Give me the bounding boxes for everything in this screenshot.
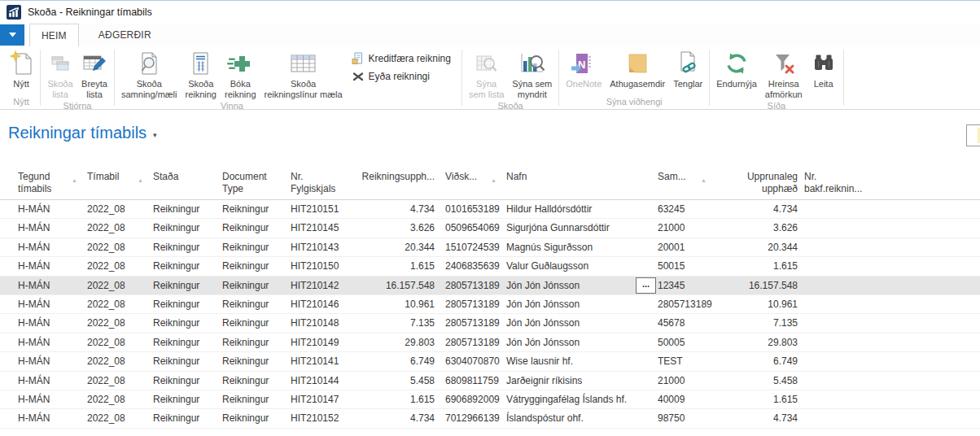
cell-timabil: 2022_08 <box>87 334 153 351</box>
button-label: Skoða lista <box>47 79 72 100</box>
cell-nr-bakf-reiknings <box>798 314 980 332</box>
cell-upprunaleg-upphaed: 4.734 <box>716 200 798 218</box>
cell-timabil: 2022_08 <box>87 390 153 408</box>
app-menu-button[interactable] <box>0 24 24 46</box>
cell-tegund-timabils: H-MÁN <box>0 277 87 294</box>
cell-nr-bakf-reiknings <box>798 257 980 275</box>
cell-document-type: Reikningur <box>222 390 291 408</box>
cell-upprunaleg-upphaed: 16.157.548 <box>716 277 798 294</box>
athugasemdir-button[interactable]: Athugasemdir <box>606 47 669 89</box>
tab-strip: HEIM AÐGERÐIR <box>0 24 980 46</box>
cell-tegund-timabils: H-MÁN <box>0 238 87 256</box>
kreditfaera-reikning-button[interactable]: Kreditfæra reikning <box>352 52 451 65</box>
column-header-timabil[interactable]: Tímabil▲ <box>87 171 153 186</box>
leita-button[interactable]: Leita <box>807 47 841 89</box>
cell-reikningsupphaed: 4.734 <box>362 200 440 218</box>
endurnyja-button[interactable]: Endurnýja <box>712 47 761 89</box>
column-header-reikningsupphaed[interactable]: Reikningsupph... <box>362 171 440 183</box>
assist-edit-button[interactable]: ... <box>636 277 656 294</box>
table-row[interactable]: H-MÁN2022_08ReikningurReikningurHIT21014… <box>0 372 980 390</box>
cell-timabil: 2022_08 <box>87 409 153 427</box>
cell-vidskiptanumer: 2805713189 <box>440 314 506 332</box>
table-row[interactable]: H-MÁN2022_08ReikningurReikningurHIT21014… <box>0 295 980 314</box>
cell-stada: Reikningur <box>153 314 222 332</box>
cell-stada: Reikningur <box>153 372 222 390</box>
cell-timabil: 2022_08 <box>87 352 153 370</box>
cell-reikningsupphaed: 1.615 <box>362 257 440 275</box>
sort-ascending-icon: ▲ <box>491 171 497 186</box>
skoda-reikning-button[interactable]: Skoða reikning <box>181 47 221 100</box>
table-row[interactable]: H-MÁN2022_08ReikningurReikningurHIT21015… <box>0 257 980 276</box>
table-row[interactable]: H-MÁN2022_08ReikningurReikningurHIT21014… <box>0 219 980 238</box>
cell-nafn: Jón Jón Jónsson... <box>506 277 658 294</box>
column-header-label: Nafn <box>506 171 527 183</box>
cell-nr-fylgiskjals: HIT210152 <box>291 409 362 427</box>
cell-samningur: 20001 <box>658 238 716 256</box>
column-header-tegund-timabils[interactable]: Tegund tímabils▲ <box>0 171 87 195</box>
skoda-samning-maeli-button[interactable]: Skoða samning/mæli <box>117 47 181 100</box>
table-row[interactable]: H-MÁN2022_08ReikningurReikningurHIT21014… <box>0 314 980 333</box>
column-header-vidskiptanumer[interactable]: Viðsk...▲ <box>440 171 506 186</box>
cell-tegund-timabils: H-MÁN <box>0 200 87 218</box>
cell-samningur: 12345 <box>658 277 716 294</box>
boka-reikning-button[interactable]: Bóka reikning <box>221 47 260 100</box>
column-header-nafn[interactable]: Nafn <box>506 171 658 183</box>
table-row[interactable]: H-MÁN2022_08ReikningurReikningurHIT21014… <box>0 390 980 409</box>
cell-tegund-timabils: H-MÁN <box>0 372 87 390</box>
cell-vidskiptanumer: 6906892009 <box>440 390 506 408</box>
page-title-caret-icon[interactable]: ▾ <box>153 128 157 139</box>
table-row[interactable]: H-MÁN2022_08ReikningurReikningurHIT21015… <box>0 200 980 219</box>
tab-adgerdir[interactable]: AÐGERÐIR <box>87 24 163 46</box>
cell-stada: Reikningur <box>153 257 222 275</box>
cell-vidskiptanumer: 6304070870 <box>440 352 506 370</box>
button-label: Athugasemdir <box>610 79 665 89</box>
cell-samningur: 45678 <box>658 314 716 332</box>
column-header-document-type[interactable]: Document Type <box>222 171 291 195</box>
column-header-nr-bakf-reiknings[interactable]: Nr. bakf.reiknin... <box>798 171 980 195</box>
tenglar-button[interactable]: Tenglar <box>669 47 707 89</box>
cell-upprunaleg-upphaed: 20.344 <box>716 238 798 256</box>
nytt-button[interactable]: Nýtt <box>5 47 37 89</box>
column-header-upprunaleg-upphaed[interactable]: Upprunaleg upphæð <box>716 171 798 195</box>
syna-sem-myndrit-button[interactable]: Sýna sem myndrit <box>508 47 556 100</box>
cell-upprunaleg-upphaed: 5.458 <box>716 372 798 390</box>
hreinsa-afmorkun-button[interactable]: Hreinsa afmörkun <box>761 47 807 100</box>
cell-timabil: 2022_08 <box>87 238 153 256</box>
column-header-nr-fylgiskjals[interactable]: Nr. Fylgiskjals <box>291 171 362 195</box>
table-row[interactable]: H-MÁN2022_08ReikningurReikningurHIT21014… <box>0 238 980 257</box>
table-row[interactable]: H-MÁN2022_08ReikningurReikningurHIT21015… <box>0 409 980 428</box>
onenote-button: N OneNote <box>562 47 606 89</box>
cell-nafn: Hildur Halldórsdóttir <box>506 200 658 218</box>
onenote-icon: N <box>570 49 597 78</box>
breyta-lista-button[interactable]: Breyta lista <box>77 47 112 100</box>
cell-document-type: Reikningur <box>222 295 291 313</box>
cell-nr-bakf-reiknings <box>798 219 980 237</box>
cell-tegund-timabils: H-MÁN <box>0 295 87 313</box>
cell-tegund-timabils: H-MÁN <box>0 352 87 370</box>
table-row[interactable]: H-MÁN2022_08ReikningurReikningurHIT21014… <box>0 352 980 371</box>
show-as-chart-icon <box>518 49 546 78</box>
cell-reikningsupphaed: 6.749 <box>362 352 440 370</box>
skoda-reikningslinur-maela-button[interactable]: Skoða reikningslínur mæla <box>260 47 347 100</box>
cell-timabil: 2022_08 <box>87 277 153 294</box>
cell-nr-bakf-reiknings <box>798 238 980 256</box>
column-header-stada[interactable]: Staða <box>153 171 222 183</box>
column-header-label: Viðsk... <box>445 171 477 183</box>
column-header-samningur[interactable]: Sam...▲ <box>658 171 716 186</box>
cell-document-type: Reikningur <box>222 200 291 218</box>
page-content: Reikningar tímabils ▾ Tegund tímabils▲Tí… <box>0 110 980 436</box>
cell-vidskiptanumer: 2406835639 <box>440 257 506 275</box>
column-header-label: Upprunaleg upphæð <box>747 171 798 195</box>
tab-heim[interactable]: HEIM <box>29 24 79 46</box>
cell-document-type: Reikningur <box>222 372 291 390</box>
table-row[interactable]: H-MÁN2022_08ReikningurReikningurHIT21014… <box>0 334 980 352</box>
titlebar: Skoða - Reikningar tímabils <box>0 1 980 24</box>
nav-window: Skoða - Reikningar tímabils HEIM AÐGERÐI… <box>0 0 980 436</box>
page-title[interactable]: Reikningar tímabils <box>8 124 147 142</box>
cell-document-type: Reikningur <box>222 257 291 275</box>
eyda-reikningi-button[interactable]: Eyða reikningi <box>352 70 451 83</box>
table-row[interactable]: H-MÁN2022_08ReikningurReikningurHIT21014… <box>0 277 980 295</box>
cell-nr-bakf-reiknings <box>798 390 980 408</box>
cell-stada: Reikningur <box>153 277 222 294</box>
cell-tegund-timabils: H-MÁN <box>0 219 87 237</box>
